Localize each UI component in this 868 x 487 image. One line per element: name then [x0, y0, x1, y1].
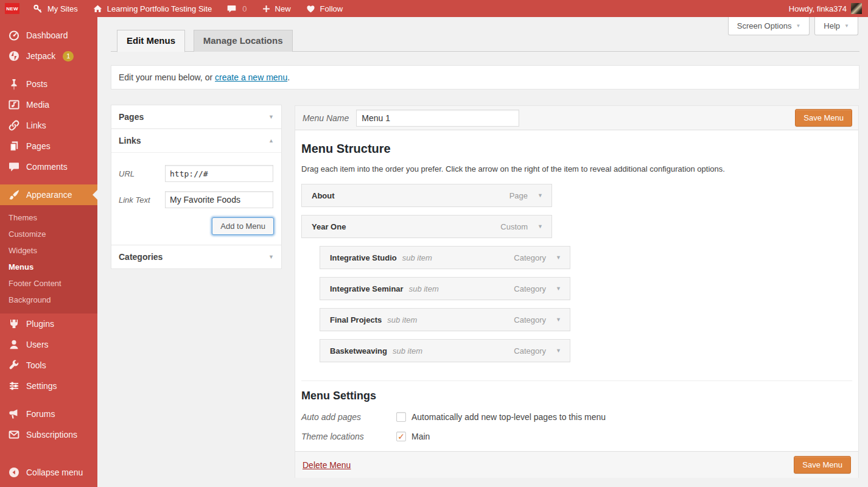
menu-item-title: Integrative Seminar	[330, 284, 404, 293]
submenu-item-menus[interactable]: Menus	[0, 259, 97, 275]
sidebar-item-jetpack[interactable]: Jetpack1	[0, 46, 97, 66]
menu-item-bar[interactable]: Integrative Seminarsub itemCategory▼	[320, 277, 570, 300]
auto-add-pages-checkbox[interactable]	[396, 412, 406, 422]
my-sites-label: My Sites	[47, 4, 78, 13]
notice-text: Edit your menu below, or	[119, 72, 212, 82]
sidebar-item-label: Forums	[26, 409, 55, 419]
menu-item-bar[interactable]: Year OneCustom▼	[301, 215, 552, 238]
subscriptions-icon	[8, 429, 20, 441]
add-to-menu-button[interactable]: Add to Menu	[212, 217, 274, 235]
dashboard-icon	[8, 29, 20, 41]
menu-item-title: Integrative Studio	[330, 253, 397, 262]
menu-item-bar[interactable]: Integrative Studiosub itemCategory▼	[320, 246, 570, 269]
submenu-item-footer-content[interactable]: Footer Content	[0, 275, 97, 292]
sidebar-item-plugins[interactable]: Plugins	[0, 314, 97, 334]
categories-accordion-header[interactable]: Categories ▼	[111, 245, 281, 268]
sidebar-item-label: Pages	[26, 141, 51, 151]
sidebar-item-posts[interactable]: Posts	[0, 74, 97, 94]
comments-shortcut[interactable]: 0	[219, 0, 254, 17]
item-edit-chevron-icon[interactable]: ▼	[537, 223, 543, 229]
sidebar-item-subscriptions[interactable]: Subscriptions	[0, 424, 97, 445]
tab-manage-locations[interactable]: Manage Locations	[194, 30, 293, 52]
account-menu[interactable]: Howdy, finka374	[783, 0, 868, 17]
sub-item-tag: sub item	[393, 346, 422, 356]
save-menu-button-bottom[interactable]: Save Menu	[794, 456, 851, 474]
save-menu-button-top[interactable]: Save Menu	[795, 109, 852, 127]
menu-item-bar[interactable]: Basketweavingsub itemCategory▼	[320, 339, 570, 362]
pages-accordion-header[interactable]: Pages ▼	[111, 105, 281, 128]
menu-item-bar[interactable]: AboutPage▼	[301, 184, 552, 207]
tools-icon	[8, 359, 20, 371]
follow-label: Follow	[320, 4, 343, 13]
link-text-input[interactable]	[165, 191, 273, 208]
follow-button[interactable]: Follow	[298, 0, 351, 17]
item-edit-chevron-icon[interactable]: ▼	[556, 254, 561, 261]
chevron-down-icon: ▼	[796, 23, 800, 29]
delete-menu-link[interactable]: Delete Menu	[303, 460, 351, 470]
sidebar-item-label: Posts	[26, 79, 47, 89]
sidebar-item-pages[interactable]: Pages	[0, 136, 97, 156]
menu-management-panel: Menu Name Save Menu Menu Structure Drag …	[295, 105, 859, 478]
submenu-item-background[interactable]: Background	[0, 292, 97, 308]
url-input[interactable]	[165, 165, 273, 182]
submenu-item-widgets[interactable]: Widgets	[0, 242, 97, 259]
new-label: New	[275, 4, 291, 13]
site-name-menu[interactable]: Learning Portfolio Testing Site	[85, 0, 219, 17]
submenu-item-themes[interactable]: Themes	[0, 209, 97, 226]
sidebar-item-links[interactable]: Links	[0, 115, 97, 136]
sidebar-item-collapse[interactable]: Collapse menu	[0, 462, 97, 483]
url-row: URL	[119, 165, 274, 182]
menu-item-title: Basketweaving	[330, 346, 387, 356]
menu-item-bar[interactable]: Final Projectssub itemCategory▼	[320, 308, 570, 331]
item-edit-chevron-icon[interactable]: ▼	[537, 192, 543, 198]
nav-menu-footer: Delete Menu Save Menu	[295, 451, 858, 478]
pages-title: Pages	[119, 112, 144, 122]
links-accordion-header[interactable]: Links ▲	[111, 129, 281, 152]
item-edit-chevron-icon[interactable]: ▼	[556, 317, 561, 323]
sidebar-item-label: Comments	[26, 162, 68, 172]
help-button[interactable]: Help ▼	[814, 17, 858, 35]
chevron-down-icon[interactable]: ▼	[268, 254, 274, 260]
menu-item-type: Category	[514, 315, 546, 324]
theme-location-main-checkbox[interactable]	[396, 432, 406, 441]
home-icon	[93, 4, 103, 14]
chevron-up-icon[interactable]: ▲	[268, 138, 274, 144]
auto-add-pages-text: Automatically add new top-level pages to…	[411, 412, 606, 422]
sidebar-item-dashboard[interactable]: Dashboard	[0, 25, 97, 46]
new-content-menu[interactable]: New	[254, 0, 298, 17]
chevron-down-icon[interactable]: ▼	[268, 114, 274, 120]
forums-icon	[8, 408, 20, 420]
sidebar-item-settings[interactable]: Settings	[0, 376, 97, 396]
avatar	[851, 3, 862, 14]
sidebar-item-media[interactable]: Media	[0, 94, 97, 115]
menu-name-input[interactable]	[356, 110, 519, 127]
screen-options-label: Screen Options	[737, 21, 792, 30]
sidebar-item-appearance[interactable]: Appearance	[0, 184, 97, 205]
sidebar-item-tools[interactable]: Tools	[0, 355, 97, 376]
screen-meta-links: Screen Options ▼ Help ▼	[728, 17, 858, 35]
key-icon	[33, 4, 43, 14]
menu-settings-title: Menu Settings	[301, 390, 852, 402]
notice-suffix: .	[287, 72, 290, 82]
tab-edit-menus[interactable]: Edit Menus	[117, 30, 185, 52]
menu-structure-list: AboutPage▼Year OneCustom▼Integrative Stu…	[301, 184, 852, 362]
update-count-badge: 1	[63, 51, 74, 61]
my-sites-menu[interactable]: My Sites	[26, 0, 85, 17]
menu-structure-title: Menu Structure	[301, 142, 852, 156]
wpcom-logo[interactable]: NEW	[5, 3, 19, 14]
screen-options-button[interactable]: Screen Options ▼	[728, 17, 810, 35]
sidebar-item-label: Settings	[26, 381, 57, 391]
comment-count: 0	[242, 4, 247, 13]
sidebar-item-comments[interactable]: Comments	[0, 156, 97, 177]
create-new-menu-link[interactable]: create a new menu	[215, 72, 287, 82]
sidebar-item-forums[interactable]: Forums	[0, 404, 97, 424]
menu-settings: Menu Settings Auto add pages Automatical…	[301, 380, 852, 441]
item-edit-chevron-icon[interactable]: ▼	[556, 348, 561, 354]
menu-item-title: About	[312, 191, 335, 200]
sidebar-item-label: Tools	[26, 360, 46, 370]
item-edit-chevron-icon[interactable]: ▼	[556, 286, 561, 292]
admin-sidebar: DashboardJetpack1PostsMediaLinksPagesCom…	[0, 17, 97, 487]
sidebar-item-users[interactable]: Users	[0, 334, 97, 355]
comment-bubble-icon	[226, 4, 237, 14]
submenu-item-customize[interactable]: Customize	[0, 226, 97, 242]
